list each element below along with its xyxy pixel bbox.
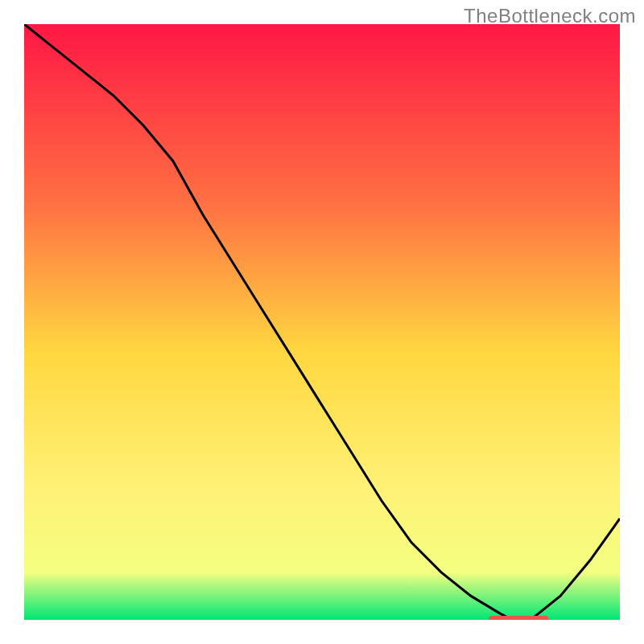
frame-right <box>620 0 644 644</box>
bottleneck-chart <box>0 0 644 644</box>
gradient-background <box>24 24 620 620</box>
frame-bottom <box>0 620 644 644</box>
frame-left <box>0 0 24 644</box>
watermark-text: TheBottleneck.com <box>464 5 636 27</box>
chart-container: TheBottleneck.com <box>0 0 644 644</box>
